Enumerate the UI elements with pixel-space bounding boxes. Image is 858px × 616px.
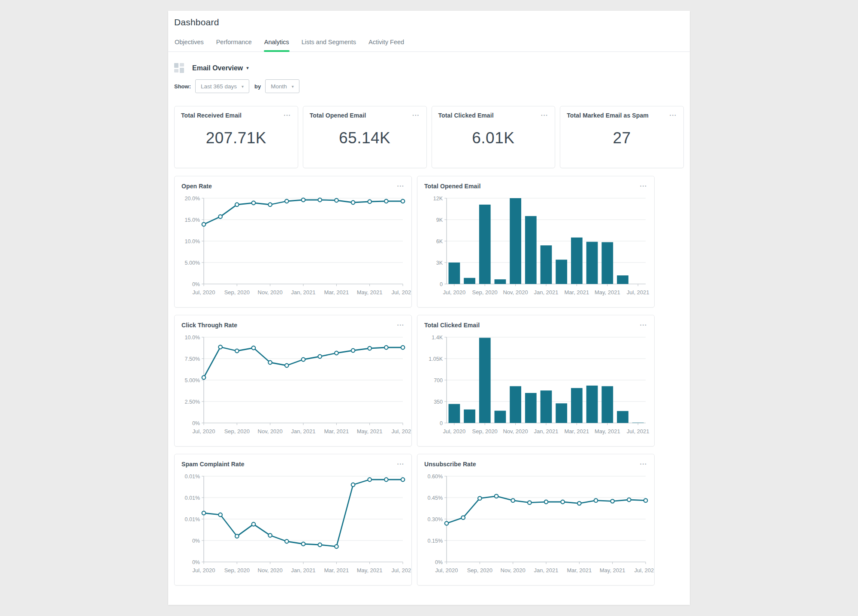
ellipsis-menu-icon[interactable]: •••	[395, 184, 405, 188]
active-tab-underline	[264, 50, 290, 52]
page-title: Dashboard	[174, 17, 684, 28]
tab-lists-and-segments[interactable]: Lists and Segments	[301, 35, 356, 51]
chevron-down-icon: ▾	[242, 84, 244, 89]
tab-bar: ObjectivesPerformanceAnalyticsLists and …	[168, 35, 690, 52]
dashboard-panel: Dashboard ObjectivesPerformanceAnalytics…	[168, 11, 690, 605]
svg-text:Jul, 2021: Jul, 2021	[627, 289, 650, 296]
chart-card-open-rate: Open Rate•••0%5.00%10.0%15.0%20.0%Jul, 2…	[174, 176, 412, 308]
svg-text:0.01%: 0.01%	[185, 495, 200, 501]
chart-canvas-click-through-rate: 0%2.50%5.00%7.50%10.0%Jul, 2020Sep, 2020…	[180, 332, 412, 439]
svg-text:0.01%: 0.01%	[185, 516, 200, 522]
svg-text:Jul, 2020: Jul, 2020	[435, 567, 458, 574]
stat-card-total-received-email-head: Total Received Email•••	[181, 112, 291, 119]
svg-text:12K: 12K	[433, 196, 443, 202]
chart-card-spam-complaint-rate: Spam Complaint Rate•••0%0%0.01%0.01%0.01…	[174, 454, 412, 586]
svg-text:0.60%: 0.60%	[428, 474, 443, 480]
chevron-down-icon: ▾	[292, 84, 294, 89]
svg-text:May, 2021: May, 2021	[595, 428, 620, 435]
ellipsis-menu-icon[interactable]: •••	[395, 323, 405, 327]
ellipsis-menu-icon[interactable]: •••	[637, 462, 647, 466]
chart-card-spam-complaint-rate-head: Spam Complaint Rate•••	[175, 461, 411, 468]
svg-text:Jul, 2020: Jul, 2020	[193, 428, 215, 435]
page-background: { "colors": { "page_bg": "#ebebeb", "pan…	[0, 0, 858, 616]
svg-text:0%: 0%	[192, 420, 200, 426]
stat-card-total-clicked-email: Total Clicked Email•••6.01K	[432, 106, 556, 168]
svg-text:Nov, 2020: Nov, 2020	[258, 289, 283, 296]
svg-text:5.00%: 5.00%	[185, 377, 200, 383]
interval-value: Month	[271, 83, 287, 90]
chart-canvas-spam-complaint-rate: 0%0%0.01%0.01%0.01%Jul, 2020Sep, 2020Nov…	[180, 471, 412, 578]
svg-text:1.05K: 1.05K	[429, 356, 443, 362]
ellipsis-menu-icon[interactable]: •••	[395, 462, 405, 466]
view-selector[interactable]: Email Overview	[192, 64, 243, 72]
chart-card-total-clicked-email: Total Clicked Email•••03507001.05K1.4KJu…	[417, 315, 655, 447]
ellipsis-menu-icon[interactable]: •••	[410, 114, 420, 118]
chart-card-open-rate-title: Open Rate	[181, 183, 212, 190]
tab-analytics[interactable]: Analytics	[264, 35, 290, 51]
svg-text:Jul, 2021: Jul, 2021	[627, 428, 650, 435]
svg-text:Jan, 2021: Jan, 2021	[534, 428, 558, 435]
grid-icon-square	[180, 63, 184, 66]
svg-text:Jul, 2020: Jul, 2020	[193, 289, 215, 296]
chart-card-total-opened-email: Total Opened Email•••03K6K9K12KJul, 2020…	[417, 176, 655, 308]
svg-text:7.50%: 7.50%	[185, 356, 200, 362]
tab-activity-feed[interactable]: Activity Feed	[368, 35, 405, 51]
svg-text:Sep, 2020: Sep, 2020	[472, 289, 498, 296]
ellipsis-menu-icon[interactable]: •••	[637, 184, 647, 188]
grid-icon[interactable]	[174, 63, 185, 73]
grid-icon-square	[180, 68, 184, 73]
chart-card-spam-complaint-rate-title: Spam Complaint Rate	[181, 461, 245, 468]
stat-card-total-clicked-email-head: Total Clicked Email•••	[438, 112, 549, 119]
svg-text:Jul, 2021: Jul, 2021	[392, 289, 412, 296]
filters-row: Show: Last 365 days ▾ by Month ▾	[174, 79, 684, 93]
svg-text:Mar, 2021: Mar, 2021	[564, 428, 589, 435]
svg-text:Nov, 2020: Nov, 2020	[503, 428, 528, 435]
stat-card-total-marked-email-as-spam-title: Total Marked Email as Spam	[567, 112, 649, 119]
svg-text:9K: 9K	[436, 217, 443, 223]
svg-text:Mar, 2021: Mar, 2021	[324, 289, 349, 296]
svg-text:20.0%: 20.0%	[185, 196, 200, 202]
chart-canvas-open-rate: 0%5.00%10.0%15.0%20.0%Jul, 2020Sep, 2020…	[180, 193, 412, 300]
svg-text:1.4K: 1.4K	[432, 335, 443, 341]
chart-card-total-opened-email-title: Total Opened Email	[424, 183, 480, 190]
svg-text:15.0%: 15.0%	[185, 217, 200, 223]
svg-text:May, 2021: May, 2021	[357, 428, 383, 435]
svg-text:Mar, 2021: Mar, 2021	[567, 567, 592, 574]
tab-performance[interactable]: Performance	[216, 35, 252, 51]
interval-select[interactable]: Month ▾	[265, 79, 299, 93]
svg-text:May, 2021: May, 2021	[600, 567, 625, 574]
svg-text:0%: 0%	[192, 559, 200, 565]
svg-text:Mar, 2021: Mar, 2021	[324, 567, 349, 574]
stat-card-total-opened-email: Total Opened Email•••65.14K	[303, 106, 427, 168]
svg-text:3K: 3K	[436, 260, 443, 266]
date-range-value: Last 365 days	[201, 83, 237, 90]
svg-text:2.50%: 2.50%	[185, 399, 200, 405]
chart-card-click-through-rate-title: Click Through Rate	[181, 322, 237, 329]
svg-text:Jul, 2021: Jul, 2021	[392, 428, 412, 435]
svg-text:Jan, 2021: Jan, 2021	[291, 428, 315, 435]
svg-text:0%: 0%	[435, 559, 443, 565]
ellipsis-menu-icon[interactable]: •••	[281, 114, 291, 118]
svg-text:Nov, 2020: Nov, 2020	[501, 567, 526, 574]
chart-card-unsubscribe-rate-title: Unsubscribe Rate	[424, 461, 476, 468]
ellipsis-menu-icon[interactable]: •••	[538, 114, 548, 118]
chart-card-open-rate-head: Open Rate•••	[175, 183, 411, 190]
svg-text:Jan, 2021: Jan, 2021	[291, 289, 315, 296]
grid-icon-square	[174, 69, 178, 72]
chart-canvas-total-opened-email: 03K6K9K12KJul, 2020Sep, 2020Nov, 2020Jan…	[423, 193, 655, 300]
svg-text:Jul, 2020: Jul, 2020	[443, 289, 465, 296]
stat-card-total-clicked-email-title: Total Clicked Email	[438, 112, 494, 119]
charts-grid: Open Rate•••0%5.00%10.0%15.0%20.0%Jul, 2…	[174, 176, 684, 586]
svg-text:Nov, 2020: Nov, 2020	[258, 428, 283, 435]
ellipsis-menu-icon[interactable]: •••	[667, 114, 677, 118]
tab-objectives[interactable]: Objectives	[174, 35, 204, 51]
ellipsis-menu-icon[interactable]: •••	[637, 323, 647, 327]
chart-card-total-clicked-email-head: Total Clicked Email•••	[417, 322, 654, 329]
date-range-select[interactable]: Last 365 days ▾	[195, 79, 249, 93]
svg-text:Jul, 2021: Jul, 2021	[634, 567, 655, 574]
svg-text:0: 0	[440, 281, 443, 287]
chart-card-total-opened-email-head: Total Opened Email•••	[417, 183, 654, 190]
svg-text:Jul, 2021: Jul, 2021	[392, 567, 412, 574]
chart-card-unsubscribe-rate: Unsubscribe Rate•••0%0.15%0.30%0.45%0.60…	[417, 454, 655, 586]
svg-text:Sep, 2020: Sep, 2020	[472, 428, 498, 435]
